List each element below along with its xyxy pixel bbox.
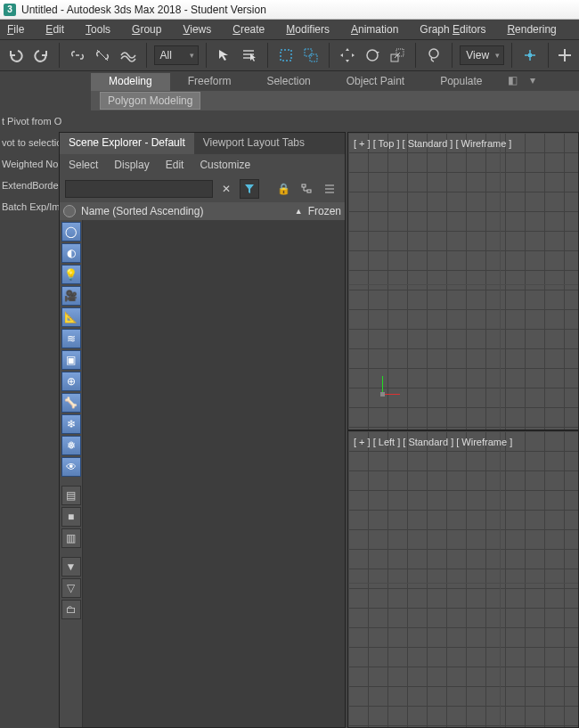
toggle-groups-icon[interactable]: ▣ [61, 350, 81, 370]
svg-rect-0 [281, 50, 291, 61]
menu-bar: File Edit Tools Group Views Create Modif… [0, 20, 579, 39]
move-button[interactable] [337, 43, 358, 68]
misc-toggle-2-icon[interactable]: ■ [61, 507, 81, 527]
tab-viewport-layout[interactable]: Viewport Layout Tabs [194, 133, 314, 154]
sort-arrow-icon: ▲ [295, 207, 303, 216]
menu-grapheditors[interactable]: Graph Editors [420, 23, 485, 36]
undo-button[interactable] [5, 43, 27, 68]
svg-point-6 [429, 49, 438, 58]
menu-create[interactable]: Create [232, 23, 265, 36]
bind-spacewarp-button[interactable] [118, 43, 139, 68]
explorer-menu-customize[interactable]: Customize [200, 159, 250, 171]
svg-rect-1 [305, 49, 312, 56]
menu-edit[interactable]: Edit [45, 23, 64, 36]
rect-select-button[interactable] [275, 43, 297, 68]
main-toolbar: All View [0, 39, 579, 71]
menu-rendering[interactable]: Rendering [507, 23, 556, 36]
menu-tools[interactable]: Tools [86, 23, 110, 36]
viewport-top[interactable]: [ + ] [ Top ] [ Standard ] [ Wireframe ] [347, 132, 579, 430]
svg-rect-2 [310, 54, 317, 61]
tab-modeling[interactable]: Modeling [91, 73, 170, 91]
selection-filter-combo[interactable]: All [154, 45, 199, 65]
column-header[interactable]: Name (Sorted Ascending) ▲ Frozen [60, 202, 345, 220]
viewport-area: [ + ] [ Top ] [ Standard ] [ Wireframe ]… [347, 132, 579, 728]
toggle-xrefs-icon[interactable]: ⊕ [61, 372, 81, 391]
lock-icon[interactable]: 🔒 [273, 179, 293, 199]
left-label: t Pivot from O [0, 110, 89, 132]
object-type-icon [63, 205, 76, 217]
filter-selection-button[interactable] [240, 179, 259, 199]
col-frozen: Frozen [308, 205, 341, 217]
explorer-menu-edit[interactable]: Edit [166, 159, 184, 171]
menu-file[interactable]: File [7, 23, 24, 36]
ribbon-pin-icon[interactable]: ◧ [506, 73, 520, 87]
svg-rect-8 [302, 184, 306, 187]
viewport-left-label[interactable]: [ + ] [ Left ] [ Standard ] [ Wireframe … [354, 437, 512, 447]
ribbon-expand-icon[interactable]: ▾ [526, 73, 540, 87]
col-name: Name (Sorted Ascending) [81, 205, 203, 217]
move-tool-extra-button[interactable] [556, 43, 574, 68]
app-icon: 3 [4, 4, 16, 16]
polygon-modeling-panel[interactable]: Polygon Modeling [100, 92, 200, 110]
toggle-helpers-icon[interactable]: 📐 [61, 307, 81, 327]
view-list-button[interactable] [320, 179, 339, 199]
calendar-icon[interactable]: 🗀 [61, 600, 81, 619]
scale-button[interactable] [387, 43, 408, 68]
clear-search-button[interactable]: ✕ [216, 179, 236, 199]
explorer-tabs: Scene Explorer - Default Viewport Layout… [60, 133, 345, 154]
svg-rect-7 [528, 53, 532, 57]
explorer-menu-display[interactable]: Display [114, 159, 149, 171]
toggle-containers-icon[interactable]: ❄ [61, 414, 81, 434]
viewport-top-label[interactable]: [ + ] [ Top ] [ Standard ] [ Wireframe ] [354, 138, 511, 149]
svg-point-3 [367, 50, 378, 61]
ribbon-tabs: Modeling Freeform Selection Object Paint… [91, 73, 579, 91]
toggle-geometry-icon[interactable]: ◯ [61, 222, 81, 241]
toggle-hidden-icon[interactable]: 👁 [61, 457, 81, 477]
explorer-menu-select[interactable]: Select [69, 159, 98, 171]
menu-modifiers[interactable]: Modifiers [286, 23, 330, 36]
select-by-name-button[interactable] [239, 43, 260, 68]
ref-coord-combo[interactable]: View [460, 45, 504, 65]
explorer-menu: Select Display Edit Customize [60, 154, 345, 176]
misc-toggle-1-icon[interactable]: ▤ [61, 486, 81, 505]
menu-animation[interactable]: Animation [351, 23, 398, 36]
toggle-shapes-icon[interactable]: ◐ [61, 243, 81, 263]
axis-gizmo-icon [373, 376, 400, 403]
toggle-cameras-icon[interactable]: 🎥 [61, 286, 81, 306]
tab-populate[interactable]: Populate [422, 73, 500, 91]
select-object-button[interactable] [213, 43, 234, 68]
tab-scene-explorer[interactable]: Scene Explorer - Default [60, 133, 194, 154]
explorer-search-row: ✕ 🔒 [60, 176, 345, 202]
ribbon: Modeling Freeform Selection Object Paint… [91, 73, 579, 110]
scene-list-area[interactable] [83, 220, 345, 727]
menu-group[interactable]: Group [132, 23, 161, 36]
viewport-left[interactable]: [ + ] [ Left ] [ Standard ] [ Wireframe … [347, 430, 579, 729]
scene-explorer: Scene Explorer - Default Viewport Layout… [59, 132, 346, 728]
search-input[interactable] [65, 180, 213, 198]
unlink-button[interactable] [92, 43, 113, 68]
toggle-lights-icon[interactable]: 💡 [61, 265, 81, 284]
tab-selection[interactable]: Selection [249, 73, 328, 91]
svg-rect-9 [307, 190, 311, 192]
toggle-frozen-icon[interactable]: ❅ [61, 436, 81, 455]
tab-objectpaint[interactable]: Object Paint [329, 73, 422, 91]
use-pivot-button[interactable] [519, 43, 541, 68]
redo-button[interactable] [30, 43, 52, 68]
ribbon-panel-row: Polygon Modeling [91, 91, 579, 110]
misc-toggle-3-icon[interactable]: ▥ [61, 528, 81, 548]
rotate-button[interactable] [362, 43, 383, 68]
lasso-placement-button[interactable] [423, 43, 444, 68]
filter-funnel-icon[interactable]: ▼ [61, 557, 81, 577]
link-button[interactable] [67, 43, 88, 68]
filter-funnel2-icon[interactable]: ▽ [61, 578, 81, 598]
toggle-spacewarps-icon[interactable]: ≋ [61, 329, 81, 348]
window-crossing-button[interactable] [300, 43, 322, 68]
title-bar: 3 Untitled - Autodesk 3ds Max 2018 - Stu… [0, 0, 579, 20]
display-toggle-column: ◯ ◐ 💡 🎥 📐 ≋ ▣ ⊕ 🦴 ❄ ❅ 👁 ▤ ■ ▥ ▼ ▽ 🗀 [60, 220, 83, 727]
tab-freeform[interactable]: Freeform [170, 73, 249, 91]
menu-views[interactable]: Views [183, 23, 211, 36]
view-hierarchy-button[interactable] [297, 179, 316, 199]
toggle-bone-icon[interactable]: 🦴 [61, 393, 81, 413]
window-title: Untitled - Autodesk 3ds Max 2018 - Stude… [21, 4, 266, 16]
